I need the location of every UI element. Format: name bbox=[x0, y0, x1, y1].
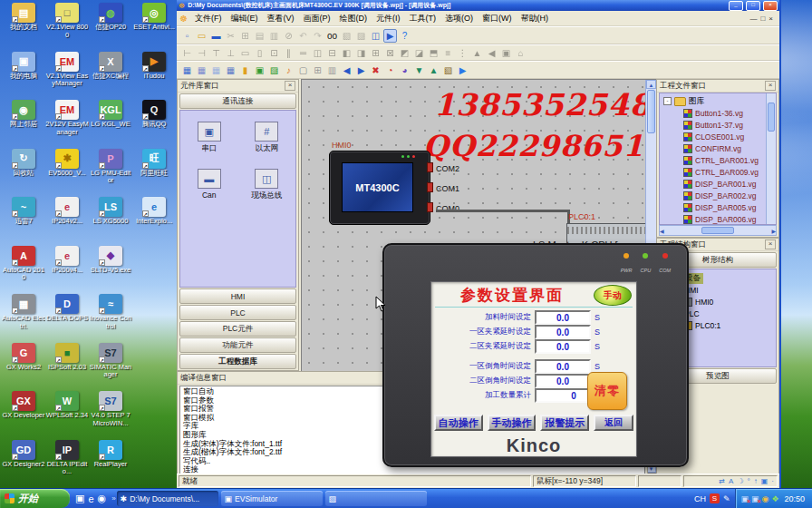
screen-nav-button[interactable]: 自动操作 bbox=[434, 415, 483, 431]
status-icon[interactable]: ☽ bbox=[737, 477, 743, 485]
toolbar-button[interactable]: ▬ bbox=[209, 29, 223, 43]
project-structure-close-icon[interactable]: × bbox=[765, 239, 776, 249]
desktop-icon[interactable]: 旺 阿里旺旺 bbox=[132, 149, 176, 198]
toolbar-align-button[interactable]: ≡ bbox=[441, 46, 455, 60]
desktop-icon[interactable]: S7 V4.0 STEP 7 MicroWIN... bbox=[89, 391, 132, 440]
files-horizontal-scrollbar[interactable]: ◀ ▶ bbox=[659, 225, 777, 236]
toolbar-draw-button[interactable]: ▥ bbox=[325, 64, 339, 77]
volume-icon[interactable]: ◉ bbox=[762, 494, 769, 503]
toolbar-button[interactable]: ▨ bbox=[354, 29, 368, 43]
desktop-icon[interactable]: e InterExplo... bbox=[132, 197, 176, 246]
screen-nav-button[interactable]: 手动操作 bbox=[488, 415, 536, 431]
desktop-icon[interactable]: ◍ 信捷OP20 bbox=[89, 3, 132, 52]
library-item[interactable]: # 以太网 bbox=[238, 122, 296, 154]
toolbar-draw-button[interactable]: ✖ bbox=[369, 64, 382, 77]
toolbar-button[interactable]: ✂ bbox=[224, 29, 237, 43]
desktop-icon[interactable]: Q 腾讯QQ bbox=[132, 100, 176, 149]
toolbar-draw-button[interactable]: ▦ bbox=[209, 64, 223, 77]
toolbar-button[interactable]: ▶ bbox=[383, 29, 397, 43]
toolbar-button[interactable]: ▫ bbox=[180, 29, 194, 43]
minimize-button[interactable]: _ bbox=[729, 1, 743, 11]
toolbar-draw-button[interactable]: ⊞ bbox=[311, 64, 324, 77]
quick-launch-icon[interactable]: ◉ bbox=[98, 493, 107, 504]
menu-item[interactable]: 窗口(W) bbox=[478, 12, 517, 25]
toolbar-align-button[interactable]: ◧ bbox=[340, 46, 353, 60]
toolbar-draw-button[interactable]: ♪ bbox=[282, 64, 295, 77]
menu-item[interactable]: 绘图(D) bbox=[334, 12, 372, 25]
toolbar-align-button[interactable]: ▣ bbox=[499, 46, 513, 60]
toolbar-button[interactable]: ▥ bbox=[267, 29, 281, 43]
vg-file-row[interactable]: CTRL_BAR009.vg bbox=[662, 166, 776, 178]
ime-icon[interactable]: S bbox=[710, 493, 720, 503]
toolbar-align-button[interactable]: ▭ bbox=[238, 46, 252, 60]
close-button[interactable]: × bbox=[763, 1, 778, 11]
desktop-icon[interactable]: P LG PMU-Editor bbox=[89, 149, 132, 198]
toolbar-draw-button[interactable]: ▨ bbox=[267, 64, 281, 77]
desktop-icon[interactable]: ▤ 我的文档 bbox=[2, 3, 45, 52]
start-button[interactable]: 开始 bbox=[0, 489, 70, 508]
toolbar-draw-button[interactable]: ▦ bbox=[195, 64, 208, 77]
hmi-simulator-window[interactable]: PWR CPU COM 参数设置界面 手动 加料时间设定0.0S一区夹紧延时设定… bbox=[382, 243, 689, 467]
toolbar-align-button[interactable]: ◫ bbox=[311, 46, 324, 60]
library-item[interactable]: ▬ Can bbox=[180, 169, 238, 201]
desktop-icon[interactable]: R RealPlayer bbox=[89, 440, 132, 489]
toolbar-align-button[interactable]: ⊤ bbox=[209, 46, 223, 60]
desktop-icon[interactable]: IP DELTA IPEdito... bbox=[45, 440, 89, 489]
quick-launch-icon[interactable]: ▣ bbox=[75, 493, 84, 504]
toolbar-button[interactable]: ⊞ bbox=[238, 29, 252, 43]
status-icon[interactable]: ▣ bbox=[761, 477, 768, 485]
library-section-comm[interactable]: 通讯连接 bbox=[179, 93, 296, 109]
scroll-thumb[interactable] bbox=[647, 90, 655, 133]
vg-file-row[interactable]: DISP_BAR002.vg bbox=[662, 190, 776, 201]
project-files-close-icon[interactable]: × bbox=[765, 81, 776, 91]
parameter-value-box[interactable]: 0.0 bbox=[535, 325, 591, 339]
toolbar-button[interactable]: ↶ bbox=[296, 29, 310, 43]
vg-file-row[interactable]: Button1-36.vg bbox=[662, 107, 776, 119]
project-files-tree[interactable]: - 图库 Button1-36.vg Button1-37.vg bbox=[659, 93, 777, 225]
toolbar-button[interactable]: ◫ bbox=[369, 29, 382, 43]
desktop-icon[interactable]: GX GX Developer bbox=[2, 391, 45, 440]
toolbar-draw-button[interactable]: ▣ bbox=[253, 64, 266, 77]
toolbar-button[interactable]: ⊘ bbox=[282, 29, 295, 43]
maximize-button[interactable]: □ bbox=[746, 1, 760, 11]
toolbar-draw-button[interactable]: ▶ bbox=[354, 64, 368, 77]
com0-wire[interactable] bbox=[436, 210, 569, 212]
library-item[interactable]: ▣ 串口 bbox=[180, 122, 238, 154]
menu-item[interactable]: 画面(P) bbox=[298, 12, 334, 25]
toolbar-draw-button[interactable]: ▦ bbox=[224, 64, 237, 77]
desktop-icon[interactable]: G GX Works2 bbox=[2, 343, 45, 392]
parameter-value-box[interactable]: 0.0 bbox=[535, 339, 591, 354]
simulator-screen[interactable]: 参数设置界面 手动 加料时间设定0.0S一区夹紧延时设定0.0S二区夹紧延时设定… bbox=[430, 281, 637, 457]
menu-item[interactable]: 帮助(H) bbox=[516, 12, 553, 25]
toolbar-button[interactable]: ▤ bbox=[253, 29, 266, 43]
desktop-icon[interactable]: ~ 迅雷7 bbox=[2, 197, 45, 246]
status-icon[interactable]: · bbox=[771, 477, 774, 485]
toolbar-align-button[interactable]: ⊥ bbox=[224, 46, 237, 60]
menu-item[interactable]: 选项(O) bbox=[440, 12, 478, 25]
toolbar-align-button[interactable]: ⊞ bbox=[369, 46, 382, 60]
desktop-icon[interactable]: □ V2.1View 8000 bbox=[45, 3, 89, 52]
language-indicator[interactable]: CH bbox=[694, 494, 706, 503]
menu-item[interactable]: 元件(I) bbox=[372, 12, 405, 25]
desktop-icon[interactable]: A AutoCAD 2010 bbox=[2, 246, 45, 295]
desktop-icon[interactable]: ■ ISPSoft 2.03 bbox=[45, 343, 89, 392]
toolbar-align-button[interactable]: ◨ bbox=[354, 46, 368, 60]
toolbar-align-button[interactable]: ⋮ bbox=[456, 46, 469, 60]
desktop-icon[interactable]: EM V2.1View EasyManager bbox=[45, 52, 89, 101]
desktop-icon[interactable]: X 信捷XC编程 bbox=[89, 52, 132, 101]
toolbar-align-button[interactable]: ⊣ bbox=[195, 46, 208, 60]
mdi-child-controls[interactable]: —□× bbox=[749, 15, 777, 23]
files-vertical-scrollbar[interactable] bbox=[766, 93, 776, 224]
vg-file-row[interactable]: DISP_BAR001.vg bbox=[662, 178, 776, 190]
toolbar-align-button[interactable]: ═ bbox=[296, 46, 310, 60]
toolbar-draw-button[interactable]: ▼ bbox=[412, 64, 426, 77]
vg-file-row[interactable]: DISP_BAR005.vg bbox=[662, 201, 776, 213]
vg-file-row[interactable]: CTRL_BAR001.vg bbox=[662, 154, 776, 166]
desktop-icon[interactable]: ▣ 我的电脑 bbox=[2, 52, 45, 101]
vg-file-row[interactable]: DISP_BAR006.vg bbox=[662, 213, 776, 225]
desktop-icon[interactable]: e IP204v2... bbox=[45, 197, 89, 246]
parameter-value-box[interactable]: 0.0 bbox=[535, 359, 591, 374]
toolbar-draw-button[interactable]: ◔ bbox=[383, 64, 397, 77]
screen-nav-button[interactable]: 返回 bbox=[594, 415, 633, 431]
taskbar-task-button[interactable]: ▨ bbox=[325, 491, 427, 506]
